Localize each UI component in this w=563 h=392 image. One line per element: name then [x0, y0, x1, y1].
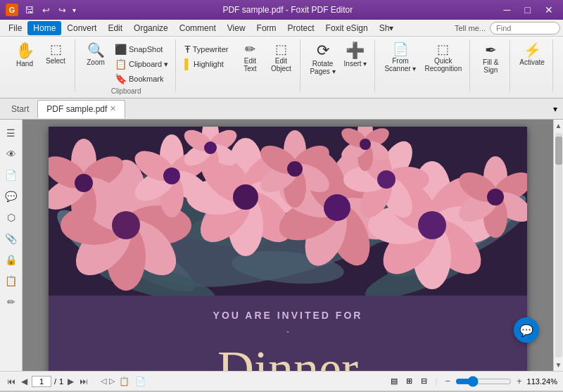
pdf-document: YOU ARE INVITED FOR - Dinner: [49, 127, 527, 371]
page-icon-1[interactable]: 📋: [118, 375, 131, 388]
menu-convert[interactable]: Convert: [61, 21, 102, 35]
quick-recognition-button[interactable]: ⬚ QuickRecognition: [421, 41, 465, 75]
menu-file[interactable]: File: [3, 21, 27, 35]
rotate-pages-button[interactable]: ⟳ RotatePages ▾: [306, 41, 339, 77]
tab-start-label: Start: [11, 104, 29, 114]
minimize-button[interactable]: ─: [500, 3, 515, 17]
activate-button[interactable]: ⚡ Activate: [516, 41, 548, 68]
clipboard-buttons: 🔍 Zoom ⬛ SnapShot 📋 Clipboard ▾ 🔖 Bookma…: [81, 41, 171, 86]
activate-buttons: ⚡ Activate: [516, 41, 548, 90]
menu-protect[interactable]: Protect: [282, 21, 320, 35]
panel-pages[interactable]: 📄: [2, 166, 20, 184]
insert-button[interactable]: ➕ Insert ▾: [341, 41, 371, 70]
typewriter-button[interactable]: Ŧ Typewriter: [182, 42, 231, 56]
view-continuous[interactable]: ⊟: [418, 375, 430, 387]
fill-sign-icon: ✒: [485, 43, 497, 57]
foxit-chat-button[interactable]: 💬: [514, 317, 539, 343]
next-page-button[interactable]: ▶: [66, 375, 75, 388]
typewriter-sub: Ŧ Typewriter ▌ Highlight: [182, 41, 231, 71]
tab-pdf-close[interactable]: ✕: [110, 104, 116, 113]
quick-dropdown[interactable]: ▾: [72, 6, 76, 14]
menu-comment[interactable]: Comment: [174, 21, 222, 35]
highlight-label: Highlight: [194, 60, 224, 68]
bookmark-icon: 🔖: [115, 73, 127, 84]
page-navigation: ⏮ ◀ / 1 ▶ ⏭: [6, 375, 89, 388]
page-number-input[interactable]: [32, 376, 51, 387]
hand-button[interactable]: ✋ Hand: [10, 41, 39, 70]
pdf-text-area: YOU ARE INVITED FOR - Dinner: [49, 296, 527, 371]
scanner-label: FromScanner ▾: [384, 57, 416, 72]
nav-arrow-2[interactable]: ▷: [109, 377, 115, 386]
recognition-label: QuickRecognition: [424, 57, 462, 72]
from-scanner-button[interactable]: 📄 FromScanner ▾: [381, 41, 419, 75]
view-single[interactable]: ▤: [388, 375, 400, 387]
maximize-button[interactable]: □: [521, 3, 535, 17]
menu-organize[interactable]: Organize: [128, 21, 174, 35]
view-facing[interactable]: ⊞: [403, 375, 415, 387]
menu-form[interactable]: Form: [251, 21, 282, 35]
highlight-icon: ▌: [184, 58, 191, 70]
tab-pdf-sample[interactable]: PDF sample.pdf ✕: [37, 100, 125, 118]
menu-edit[interactable]: Edit: [102, 21, 128, 35]
pdf-dash: -: [77, 327, 499, 336]
buy-now-button[interactable]: 🛒 BuyNow: [559, 41, 563, 76]
activate-icon: ⚡: [524, 43, 541, 57]
hand-icon: ✋: [15, 43, 34, 58]
menu-foxit-esign[interactable]: Foxit eSign: [320, 21, 374, 35]
zoom-icon: 🔍: [87, 43, 105, 57]
close-button[interactable]: ✕: [540, 3, 557, 17]
menu-view[interactable]: View: [222, 21, 251, 35]
page-separator: /: [54, 377, 56, 386]
clipboard-icon: 📋: [115, 58, 127, 70]
zoom-out-button[interactable]: −: [443, 375, 453, 387]
search-input[interactable]: [490, 22, 560, 34]
tab-start[interactable]: Start: [3, 101, 37, 118]
zoom-in-button[interactable]: +: [514, 375, 524, 387]
highlight-button[interactable]: ▌ Highlight: [182, 57, 231, 71]
panel-security[interactable]: 🔒: [2, 251, 20, 269]
svg-point-41: [324, 194, 350, 221]
vertical-scrollbar[interactable]: ▲ ▼: [553, 120, 563, 371]
ribbon-group-activate: ⚡ Activate: [512, 39, 553, 91]
scroll-up-arrow[interactable]: ▲: [553, 120, 563, 132]
scroll-down-arrow[interactable]: ▼: [553, 359, 563, 371]
zoom-slider[interactable]: [455, 376, 512, 387]
last-page-button[interactable]: ⏭: [78, 375, 89, 388]
nav-arrow-1[interactable]: ◁: [101, 377, 106, 386]
scroll-thumb[interactable]: [555, 137, 562, 165]
svg-point-78: [377, 170, 396, 189]
edit-object-button[interactable]: ⬚ EditObject: [266, 41, 296, 75]
zoom-button[interactable]: 🔍 Zoom: [81, 41, 110, 68]
panel-bookmarks[interactable]: ☰: [2, 124, 20, 142]
clipboard-button[interactable]: 📋 Clipboard ▾: [112, 57, 171, 71]
edit-text-button[interactable]: ✏ EditText: [235, 41, 265, 75]
prev-page-button[interactable]: ◀: [20, 375, 29, 388]
pdf-viewer[interactable]: YOU ARE INVITED FOR - Dinner 💬: [23, 120, 553, 371]
menu-home[interactable]: Home: [27, 21, 61, 35]
snapshot-button[interactable]: ⬛ SnapShot: [112, 42, 171, 56]
panel-attachments[interactable]: 📎: [2, 229, 20, 248]
panel-comments[interactable]: 💬: [2, 187, 20, 206]
select-button[interactable]: ⬚ Select: [41, 41, 70, 67]
tell-me-label: Tell me...: [455, 24, 486, 32]
quick-save[interactable]: 🖫: [23, 4, 36, 16]
flowers-svg: [49, 127, 527, 296]
quick-undo[interactable]: ↩: [40, 4, 52, 16]
svg-point-50: [418, 211, 446, 239]
edit-text-label: EditText: [243, 57, 256, 72]
menu-sh[interactable]: Sh▾: [374, 21, 400, 35]
bookmark-button[interactable]: 🔖 Bookmark: [112, 72, 171, 86]
select-label: Select: [46, 57, 65, 65]
tabs-dropdown[interactable]: ▾: [550, 101, 560, 117]
fill-sign-button[interactable]: ✒ Fill &Sign: [476, 41, 505, 76]
panel-forms[interactable]: 📋: [2, 272, 20, 290]
pdf-dinner-text: Dinner: [77, 343, 499, 371]
first-page-button[interactable]: ⏮: [6, 375, 17, 388]
panel-layers[interactable]: ⬡: [2, 208, 20, 227]
pdf-flowers-area: [49, 127, 527, 296]
panel-signatures[interactable]: ✏: [2, 293, 20, 311]
scroll-track[interactable]: [555, 133, 562, 358]
quick-redo[interactable]: ↪: [56, 4, 68, 16]
panel-thumbnails[interactable]: 👁: [2, 145, 20, 163]
page-icon-2[interactable]: 📄: [134, 375, 147, 388]
